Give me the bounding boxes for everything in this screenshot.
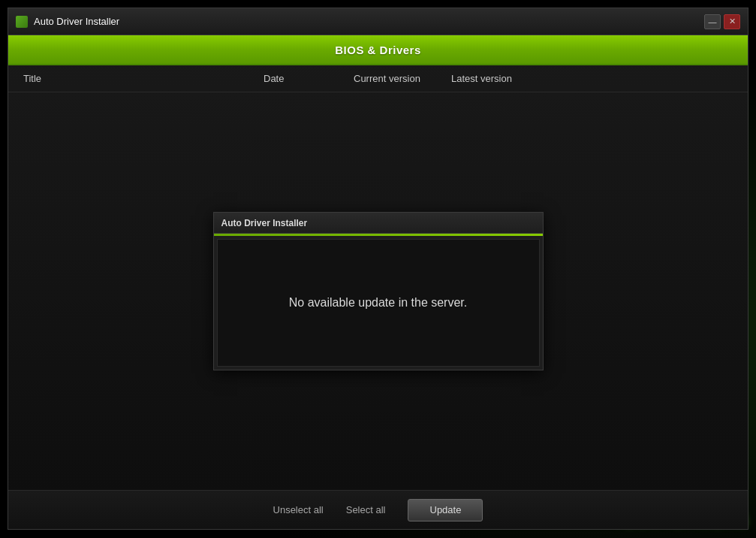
col-header-current-version: Current version bbox=[354, 73, 451, 84]
col-header-title: Title bbox=[23, 73, 264, 84]
modal-title-bar: Auto Driver Installer bbox=[214, 213, 543, 234]
close-button[interactable]: ✕ bbox=[724, 14, 740, 29]
modal-overlay: Auto Driver Installer No available updat… bbox=[8, 92, 748, 490]
title-bar-left: Auto Driver Installer bbox=[16, 16, 119, 28]
bios-drivers-banner: BIOS & Drivers bbox=[8, 35, 748, 65]
banner-label: BIOS & Drivers bbox=[335, 44, 421, 56]
unselect-all-button[interactable]: Unselect all bbox=[273, 504, 324, 515]
app-icon bbox=[16, 16, 28, 28]
modal-message: No available update in the server. bbox=[289, 296, 467, 310]
select-all-button[interactable]: Select all bbox=[346, 504, 386, 515]
column-headers: Title Date Current version Latest versio… bbox=[8, 65, 748, 92]
modal-green-line bbox=[214, 234, 543, 236]
main-window: Auto Driver Installer — ✕ BIOS & Drivers… bbox=[8, 8, 748, 530]
content-area: Auto Driver Installer No available updat… bbox=[8, 92, 748, 490]
bottom-bar: Unselect all Select all Update bbox=[8, 490, 748, 529]
col-header-date: Date bbox=[264, 73, 354, 84]
modal-dialog: Auto Driver Installer No available updat… bbox=[213, 212, 544, 370]
modal-title: Auto Driver Installer bbox=[221, 218, 308, 228]
modal-content: No available update in the server. bbox=[217, 239, 540, 367]
title-bar: Auto Driver Installer — ✕ bbox=[8, 8, 748, 35]
window-controls: — ✕ bbox=[704, 14, 740, 29]
col-header-latest-version: Latest version bbox=[451, 73, 549, 84]
update-button[interactable]: Update bbox=[408, 499, 483, 521]
minimize-button[interactable]: — bbox=[704, 14, 721, 29]
window-title: Auto Driver Installer bbox=[34, 16, 119, 27]
